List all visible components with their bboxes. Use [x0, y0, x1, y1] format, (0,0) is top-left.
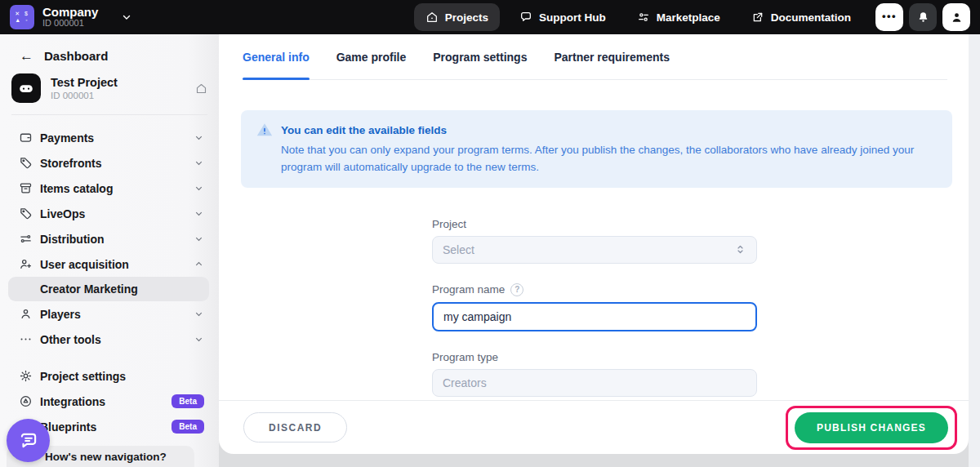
topbar-actions: •••: [875, 3, 970, 31]
program-type-field-label: Program type: [432, 351, 757, 363]
project-select-value: Select: [443, 243, 474, 256]
program-name-input[interactable]: [432, 302, 757, 331]
chevron-down-icon: [194, 132, 204, 143]
external-link-icon: [751, 11, 764, 24]
banner-title: You can edit the available fields: [281, 124, 447, 136]
wallet-icon: [18, 131, 33, 145]
gamepad-icon: [11, 73, 41, 103]
menu-gap: [0, 352, 219, 363]
tab-general-info[interactable]: General info: [243, 34, 310, 79]
project-select[interactable]: Select: [432, 236, 757, 264]
notifications-icon: [916, 11, 930, 24]
nav-support-hub-label: Support Hub: [539, 11, 606, 24]
content-card: General info Game profile Program settin…: [219, 34, 969, 454]
account-button[interactable]: [942, 3, 970, 31]
warning-triangle-icon: [256, 121, 274, 139]
chevron-down-icon[interactable]: [121, 11, 132, 23]
chevron-up-icon: [194, 259, 204, 269]
tab-partner-requirements[interactable]: Partner requirements: [554, 34, 670, 79]
dots-icon: [18, 332, 33, 346]
beta-badge: Beta: [172, 394, 204, 408]
sidebar-item-items-catalog[interactable]: Items catalog: [0, 176, 219, 201]
sidebar-item-payments[interactable]: Payments: [0, 125, 219, 150]
user-icon: [18, 307, 33, 321]
chevron-down-icon: [194, 208, 204, 219]
chat-lines-icon: [18, 430, 39, 451]
nav-projects-label: Projects: [445, 11, 488, 24]
home-icon: [425, 11, 439, 24]
program-name-field-label: Program name ?: [432, 283, 757, 296]
publish-changes-button[interactable]: PUBLISH CHANGES: [795, 412, 948, 443]
nav-marketplace[interactable]: Marketplace: [626, 3, 732, 31]
sidebar-item-players[interactable]: Players: [0, 301, 219, 327]
chevron-down-icon: [194, 334, 204, 345]
company-logo-icon[interactable]: ✕ $▲ ◦: [10, 5, 34, 29]
project-id: ID 000001: [51, 90, 118, 101]
app-window: ✕ $▲ ◦ Company ID 000001 Projects Suppor…: [0, 0, 980, 467]
tag-icon: [18, 207, 33, 220]
sliders-icon: [18, 232, 33, 246]
sidebar-menu: Payments Storefronts Items catalog LiveO…: [0, 125, 219, 439]
scrollbar-gutter[interactable]: [969, 34, 980, 467]
more-button[interactable]: •••: [875, 3, 903, 31]
sidebar-item-storefronts[interactable]: Storefronts: [0, 150, 219, 176]
archive-icon: [18, 181, 33, 195]
sidebar-divider: [11, 114, 207, 115]
integrations-icon: [18, 394, 33, 408]
company-name: Company: [42, 6, 98, 18]
chat-widget-button[interactable]: [7, 419, 50, 462]
more-icon: •••: [882, 10, 897, 22]
sliders-icon: [637, 11, 650, 24]
nav-documentation[interactable]: Documentation: [740, 3, 862, 31]
nav-projects[interactable]: Projects: [414, 3, 500, 31]
project-field-label: Project: [432, 218, 757, 230]
select-stepper-icon: [734, 243, 746, 256]
user-plus-icon: [18, 257, 33, 271]
chat-bubble-icon: [519, 11, 532, 24]
sidebar-item-distribution[interactable]: Distribution: [0, 226, 219, 251]
account-icon: [950, 11, 964, 24]
notifications-button[interactable]: [909, 3, 937, 31]
program-type-value: Creators: [443, 376, 487, 389]
nav-marketplace-label: Marketplace: [657, 11, 720, 24]
sidebar-item-integrations[interactable]: Integrations Beta: [0, 389, 219, 414]
tab-bar: General info Game profile Program settin…: [243, 34, 947, 80]
sidebar-item-creator-marketing[interactable]: Creator Marketing: [8, 277, 209, 301]
gear-icon: [18, 369, 33, 383]
chevron-down-icon: [194, 158, 204, 168]
tab-program-settings[interactable]: Program settings: [433, 34, 527, 79]
sidebar-item-project-settings[interactable]: Project settings: [0, 363, 219, 389]
form-footer: DISCARD PUBLISH CHANGES: [219, 400, 969, 454]
discard-button[interactable]: DISCARD: [243, 412, 347, 443]
back-arrow-icon: ←: [20, 50, 33, 62]
chevron-down-icon: [194, 234, 204, 244]
topbar-nav: Projects Support Hub Marketplace Documen…: [414, 3, 862, 31]
nav-support-hub[interactable]: Support Hub: [508, 3, 617, 31]
company-switcher[interactable]: Company ID 000001: [42, 6, 98, 29]
sidebar-item-liveops[interactable]: LiveOps: [0, 201, 219, 226]
project-name: Test Project: [51, 76, 118, 90]
tab-game-profile[interactable]: Game profile: [336, 34, 407, 79]
chevron-down-icon: [194, 183, 204, 193]
edit-program-form: Project Select Program name ? Program ty…: [432, 218, 757, 397]
sidebar: ← Dashboard Test Project ID 000001 Payme…: [0, 34, 219, 467]
home-icon[interactable]: [195, 82, 207, 95]
nav-documentation-label: Documentation: [771, 11, 851, 24]
beta-badge: Beta: [172, 420, 204, 434]
question-icon[interactable]: ?: [510, 283, 523, 296]
tag-icon: [18, 156, 33, 170]
program-type-input[interactable]: Creators: [432, 369, 757, 397]
click-target-highlight: PUBLISH CHANGES: [786, 406, 957, 450]
topbar: ✕ $▲ ◦ Company ID 000001 Projects Suppor…: [0, 0, 980, 34]
chevron-down-icon: [194, 309, 204, 319]
info-banner: You can edit the available fields Note t…: [241, 110, 952, 188]
dashboard-label: Dashboard: [44, 49, 108, 63]
company-id: ID 000001: [42, 18, 98, 29]
project-switcher[interactable]: Test Project ID 000001: [11, 73, 207, 103]
back-to-dashboard[interactable]: ← Dashboard: [0, 34, 219, 63]
sidebar-item-other-tools[interactable]: Other tools: [0, 327, 219, 352]
banner-body: Note that you can only expand your progr…: [281, 142, 938, 176]
main-area: General info Game profile Program settin…: [219, 34, 980, 467]
sidebar-item-user-acquisition[interactable]: User acquisition: [0, 251, 219, 277]
